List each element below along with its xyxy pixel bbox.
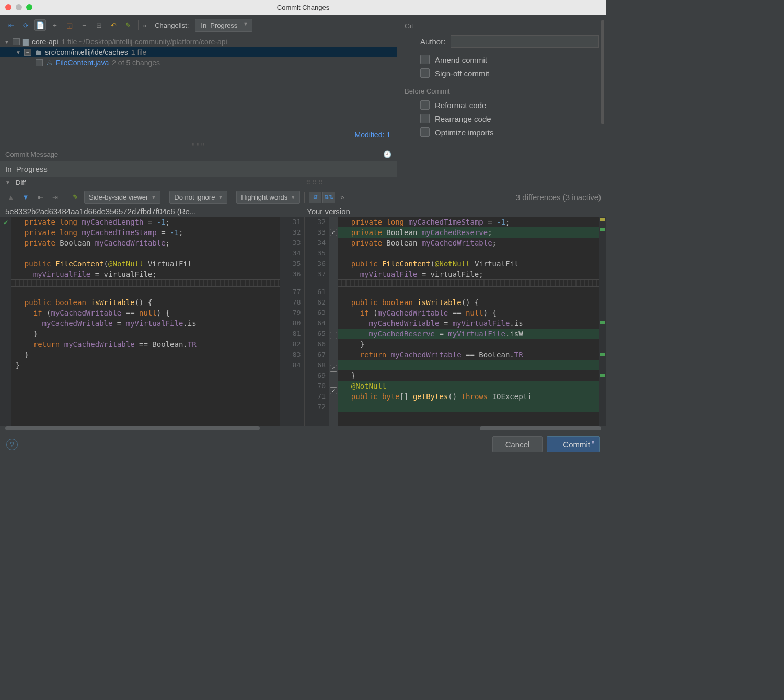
code-line[interactable] xyxy=(338,287,606,297)
code-line[interactable]: } xyxy=(338,339,606,349)
diff-body: ✔ private long myCachedLength = -1; priv… xyxy=(0,217,606,426)
code-line[interactable] xyxy=(11,287,280,297)
checkbox-icon[interactable]: − xyxy=(13,38,20,45)
tree-module-row[interactable]: ▼ − ▇ core-api 1 file ~/Desktop/intellij… xyxy=(0,37,397,47)
edit-icon[interactable]: ✎ xyxy=(70,192,81,203)
prev-diff-icon[interactable]: ▲ xyxy=(5,192,17,203)
collapse-arrow-icon[interactable]: ▼ xyxy=(5,180,10,185)
remove-icon[interactable]: − xyxy=(78,19,90,31)
show-diff-icon[interactable]: ⇤ xyxy=(5,19,17,31)
resize-grip-icon[interactable]: ⠿⠿⠿ xyxy=(0,142,397,147)
more-icon[interactable]: » xyxy=(340,193,344,201)
checkbox-icon[interactable]: − xyxy=(24,49,31,56)
cancel-button[interactable]: Cancel xyxy=(492,436,543,452)
minimap[interactable] xyxy=(599,217,606,426)
refresh-icon[interactable]: ⟳ xyxy=(20,19,31,31)
checkbox-icon[interactable] xyxy=(420,55,430,64)
diff-hscroll[interactable] xyxy=(0,426,606,431)
code-line[interactable] xyxy=(11,248,280,259)
add-icon[interactable]: + xyxy=(49,19,61,31)
undo-icon[interactable]: ↶ xyxy=(108,19,119,31)
jump-right-icon[interactable]: ⇥ xyxy=(49,192,61,203)
code-line[interactable]: } xyxy=(338,370,606,381)
help-icon[interactable]: ? xyxy=(6,439,18,450)
include-change-checkbox[interactable]: ✓ xyxy=(330,365,337,372)
code-line[interactable]: myCachedWritable = myVirtualFile.is xyxy=(338,318,606,329)
code-line[interactable]: private Boolean myCachedWritable; xyxy=(11,238,280,248)
highlight-select[interactable]: Highlight words▼ xyxy=(236,191,300,204)
ignore-select[interactable]: Do not ignore▼ xyxy=(169,191,227,204)
code-line[interactable]: private long myCachedLength = -1; xyxy=(11,217,280,227)
diff-left-pane[interactable]: private long myCachedLength = -1; privat… xyxy=(11,217,280,426)
code-line[interactable]: public FileContent(@NotNull VirtualFil xyxy=(11,259,280,269)
expand-more-icon[interactable]: » xyxy=(143,21,146,29)
resize-grip-icon[interactable]: ⠿⠿⠿ xyxy=(29,179,601,186)
code-line[interactable]: } xyxy=(11,360,280,370)
scrollbar[interactable] xyxy=(601,20,604,124)
expand-arrow-icon[interactable]: ▼ xyxy=(4,39,9,45)
expand-icon[interactable]: ⊟ xyxy=(93,19,105,31)
optimize-row[interactable]: Optimize imports xyxy=(420,127,599,137)
code-line[interactable] xyxy=(338,402,606,412)
code-line[interactable]: private long myCachedTimeStamp = -1; xyxy=(338,217,606,227)
commit-message-input[interactable] xyxy=(0,161,397,177)
include-change-checkbox[interactable]: ✓ xyxy=(330,229,337,236)
code-line[interactable]: public byte[] getBytes() throws IOExcept… xyxy=(338,391,606,402)
signoff-commit-row[interactable]: Sign-off commit xyxy=(420,68,599,78)
checkbox-icon[interactable] xyxy=(420,127,430,137)
history-icon[interactable]: 🕘 xyxy=(383,150,391,158)
code-line[interactable]: } xyxy=(11,349,280,360)
code-line[interactable]: @NotNull xyxy=(338,381,606,391)
code-line[interactable]: private Boolean myCachedReserve; xyxy=(338,227,606,238)
changelist-select[interactable]: In_Progress xyxy=(195,19,252,32)
code-line[interactable]: } xyxy=(11,329,280,339)
gear-icon[interactable]: ✎ xyxy=(122,19,134,31)
amend-commit-row[interactable]: Amend commit xyxy=(420,55,599,64)
reformat-row[interactable]: Reformat code xyxy=(420,100,599,110)
reformat-label: Reformat code xyxy=(435,101,486,110)
checkbox-icon[interactable] xyxy=(420,68,430,78)
code-line[interactable]: public FileContent(@NotNull VirtualFil xyxy=(338,259,606,269)
code-line[interactable]: private Boolean myCachedWritable; xyxy=(338,238,606,248)
code-line[interactable] xyxy=(338,360,606,370)
code-line[interactable]: myVirtualFile = virtualFile; xyxy=(338,269,606,279)
rearrange-row[interactable]: Rearrange code xyxy=(420,114,599,123)
checkbox-icon[interactable] xyxy=(420,114,430,123)
expand-arrow-icon[interactable]: ▼ xyxy=(16,50,21,55)
code-line[interactable] xyxy=(338,248,606,259)
module-icon: ▇ xyxy=(23,38,29,46)
collapse-unchanged-icon[interactable]: ⇵ xyxy=(309,192,321,203)
viewer-mode-select[interactable]: Side-by-side viewer▼ xyxy=(84,191,160,204)
code-line[interactable]: return myCachedWritable == Boolean.TR xyxy=(11,339,280,349)
sync-scroll-icon[interactable]: ⇅⇅ xyxy=(322,192,335,203)
close-window-icon[interactable] xyxy=(5,4,11,10)
code-line[interactable]: public boolean isWritable() { xyxy=(11,297,280,308)
diff-right-pane[interactable]: private long myCachedTimeStamp = -1; pri… xyxy=(338,217,606,426)
author-input[interactable] xyxy=(451,35,599,48)
commit-button[interactable]: Commit xyxy=(547,436,600,452)
line-number: 66 xyxy=(305,339,326,349)
changes-tree: ▼ − ▇ core-api 1 file ~/Desktop/intellij… xyxy=(0,36,397,127)
code-line[interactable]: myCachedReserve = myVirtualFile.isW xyxy=(338,329,606,339)
next-diff-icon[interactable]: ▼ xyxy=(20,192,31,203)
line-number: 72 xyxy=(305,402,326,412)
tree-folder-row[interactable]: ▼ − 🖿 src/com/intellij/ide/caches 1 file xyxy=(0,47,397,57)
group-by-icon[interactable]: 📄 xyxy=(34,19,46,31)
code-line[interactable]: public boolean isWritable() { xyxy=(338,297,606,308)
jump-left-icon[interactable]: ⇤ xyxy=(34,192,46,203)
code-line[interactable]: myVirtualFile = virtualFile; xyxy=(11,269,280,279)
include-change-checkbox[interactable]: ✓ xyxy=(330,387,337,394)
code-line[interactable]: return myCachedWritable == Boolean.TR xyxy=(338,349,606,360)
code-line[interactable]: if (myCachedWritable == null) { xyxy=(338,308,606,318)
rollback-icon[interactable]: ◲ xyxy=(64,19,75,31)
zoom-window-icon[interactable] xyxy=(26,4,32,10)
include-change-checkbox[interactable] xyxy=(330,332,337,339)
tree-file-row[interactable]: − ♨ FileContent.java 2 of 5 changes xyxy=(0,57,397,68)
code-line[interactable]: myCachedWritable = myVirtualFile.is xyxy=(11,318,280,329)
minimize-window-icon[interactable] xyxy=(16,4,22,10)
code-line[interactable]: if (myCachedWritable == null) { xyxy=(11,308,280,318)
checkbox-icon[interactable]: − xyxy=(36,59,43,66)
code-line[interactable]: private long myCachedTimeStamp = -1; xyxy=(11,227,280,238)
line-number: 33 xyxy=(280,238,301,248)
checkbox-icon[interactable] xyxy=(420,100,430,110)
